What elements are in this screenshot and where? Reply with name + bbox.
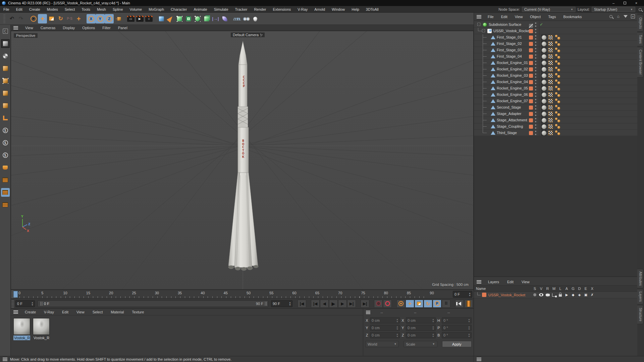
deformers-icon[interactable] — [193, 14, 202, 23]
panel-tab-takes[interactable]: Takes — [637, 32, 643, 46]
phong-tag-icon[interactable] — [555, 130, 560, 135]
generators-icon[interactable]: ◆ — [570, 292, 576, 298]
uvw-tag-icon[interactable] — [548, 112, 553, 116]
tree-row-third-stage[interactable]: Third_Stage — [474, 130, 638, 136]
visibility-dots[interactable] — [535, 29, 536, 33]
visibility-icon[interactable] — [538, 292, 544, 298]
tree-row-subdivision-surface[interactable]: −Subdivision Surface✓ — [474, 21, 638, 28]
layer-color-chip[interactable] — [529, 125, 533, 129]
next-frame-button[interactable]: ▶ — [338, 300, 347, 308]
polygons-mode-icon[interactable] — [1, 101, 10, 110]
uvw-tag-icon[interactable] — [548, 86, 553, 90]
fields-icon[interactable]: |→| — [211, 14, 220, 23]
menu-tools[interactable]: Tools — [78, 7, 94, 11]
phong-tag-icon[interactable] — [555, 48, 560, 53]
maximize-button[interactable] — [619, 0, 631, 6]
axis-move-icon[interactable]: + — [74, 14, 83, 23]
coord-field-position-y[interactable]: 0 cm▲▼ — [370, 325, 400, 331]
viewport-menu-filter[interactable]: Filter — [99, 26, 114, 30]
move-tool-icon[interactable]: + — [38, 14, 47, 23]
goto-end-button[interactable]: ▶| — [361, 300, 369, 308]
material-tag-icon[interactable] — [541, 85, 547, 91]
layer-menu-view[interactable]: View — [518, 280, 534, 284]
deformers-icon[interactable]: ◈ — [576, 292, 583, 298]
scale-tool-icon[interactable] — [47, 14, 56, 23]
visibility-dots[interactable] — [535, 93, 536, 97]
material-tag-icon[interactable] — [541, 73, 547, 78]
viewport-canvas[interactable]: СССР ВОСТОК Y Z X Perspective Default Ca… — [11, 31, 474, 290]
coord-field-rotation-h[interactable]: 0 °▲▼ — [442, 317, 472, 323]
material-menu-view[interactable]: View — [72, 310, 89, 314]
keyframe-selection-button[interactable] — [396, 300, 405, 308]
layer-color-chip[interactable] — [529, 36, 533, 40]
material-tag-icon[interactable] — [541, 79, 547, 85]
play-button[interactable]: ▶ — [329, 300, 338, 308]
volume-icon[interactable] — [202, 14, 211, 23]
interface-search-icon[interactable] — [637, 7, 643, 12]
enable-snap-icon[interactable] — [1, 188, 10, 197]
material-tag-icon[interactable] — [541, 98, 547, 104]
layer-color-chip[interactable] — [529, 74, 533, 78]
material-menu-icon[interactable] — [13, 310, 18, 314]
uvw-tag-icon[interactable] — [548, 105, 553, 110]
tree-row-stage-attachment[interactable]: Stage_Attachment — [474, 117, 638, 123]
generators-icon[interactable] — [184, 14, 193, 23]
visibility-dots[interactable] — [535, 54, 536, 59]
visibility-dots[interactable] — [535, 61, 536, 65]
visibility-dots[interactable] — [535, 131, 536, 135]
layer-color-chip[interactable] — [529, 42, 533, 46]
object-manager-menu-edit[interactable]: Edit — [497, 15, 511, 19]
material-tag-icon[interactable] — [541, 47, 547, 53]
subdivision-surface-icon[interactable] — [175, 14, 184, 23]
layer-menu-icon[interactable] — [477, 280, 481, 284]
tree-row-stage-coupling[interactable]: Stage_Coupling — [474, 123, 638, 130]
menu-character[interactable]: Character — [167, 7, 190, 11]
model-mode-icon[interactable] — [1, 39, 10, 48]
transport-grip[interactable] — [11, 300, 14, 308]
coord-field-rotation-b[interactable]: 0 °▲▼ — [442, 332, 472, 338]
layer-color-chip[interactable] — [482, 293, 486, 297]
uvw-tag-icon[interactable] — [548, 80, 553, 84]
visibility-dots[interactable] — [535, 73, 536, 78]
viewport-menu-options[interactable]: Options — [78, 26, 99, 30]
material-menu-edit[interactable]: Edit — [58, 310, 72, 314]
phong-tag-icon[interactable] — [555, 35, 560, 40]
visibility-dots[interactable] — [535, 124, 536, 129]
light-icon[interactable] — [251, 14, 260, 23]
object-manager-menu-view[interactable]: View — [511, 15, 527, 19]
lock-y-icon[interactable]: Y — [96, 14, 105, 23]
panel-tab-content-browser[interactable]: Content Browser — [637, 47, 643, 77]
tree-row-second-stage[interactable]: Second_Stage — [474, 104, 638, 111]
phong-tag-icon[interactable] — [555, 92, 560, 97]
uvw-tag-icon[interactable] — [548, 73, 553, 78]
home-icon[interactable]: ⌂ — [615, 14, 621, 19]
search-icon[interactable] — [608, 14, 613, 19]
display-override-chip[interactable] — [529, 24, 533, 28]
primitive-cube-icon[interactable] — [157, 14, 166, 23]
material-tag-icon[interactable] — [541, 35, 547, 40]
render-view-icon[interactable]: ▭ — [126, 14, 135, 23]
layer-color-chip[interactable] — [529, 48, 533, 52]
uvw-tag-icon[interactable] — [548, 99, 553, 103]
ruler-frame-field[interactable]: 0 F ▲▼ — [453, 291, 472, 298]
tree-row-first-stage-02[interactable]: First_Stage_02 — [474, 41, 638, 47]
simulate-icon[interactable] — [220, 14, 229, 23]
menu-mograph[interactable]: MoGraph — [145, 7, 167, 11]
goto-start-button[interactable]: |◀ — [298, 300, 306, 308]
phong-tag-icon[interactable] — [555, 124, 560, 129]
next-key-button[interactable]: ▶| — [347, 300, 356, 308]
menu-3dtoall[interactable]: 3DToAll — [363, 7, 382, 11]
material-menu-create[interactable]: Create — [21, 310, 40, 314]
layer-color-chip[interactable] — [529, 55, 533, 59]
uvw-tag-icon[interactable] — [548, 48, 553, 52]
lock-z-icon[interactable]: Z — [105, 14, 114, 23]
coord-field-position-x[interactable]: 0 cm▲▼ — [370, 317, 400, 323]
timeline-ruler[interactable]: 051015202530354045505560657075808590 0 F… — [11, 290, 474, 298]
phong-tag-icon[interactable] — [555, 41, 560, 46]
minimize-button[interactable]: – — [608, 0, 619, 6]
visibility-dots[interactable] — [535, 105, 536, 110]
material-tag-icon[interactable] — [541, 117, 547, 123]
phong-tag-icon[interactable] — [555, 73, 560, 78]
visibility-dots[interactable] — [535, 35, 536, 40]
menu-window[interactable]: Window — [328, 7, 348, 11]
